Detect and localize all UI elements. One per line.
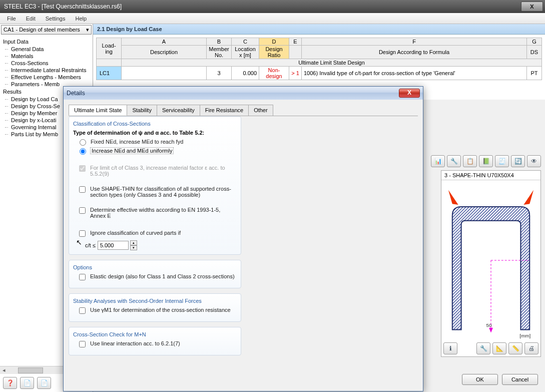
menubar: File Edit Settings Help <box>0 13 545 24</box>
tool-icon[interactable]: 🔧 <box>476 342 490 354</box>
menu-settings[interactable]: Settings <box>41 15 71 23</box>
tab-other[interactable]: Other <box>248 105 273 116</box>
tb-icon[interactable]: 🧾 <box>495 155 509 167</box>
tb-icon[interactable]: 🔧 <box>447 155 461 167</box>
tb-icon[interactable]: 📗 <box>479 155 493 167</box>
radio-increase-uniform[interactable]: Increase NEd and MEd uniformly <box>77 148 237 155</box>
svg-marker-1 <box>523 190 533 205</box>
svg-marker-0 <box>448 190 458 205</box>
ct-input[interactable] <box>98 241 129 250</box>
tab-uls[interactable]: Ultimate Limit State <box>69 105 127 116</box>
chevron-down-icon: ▾ <box>86 27 89 33</box>
check-gamma-m1[interactable]: Use γM1 for determination of the cross-s… <box>77 307 237 315</box>
dialog-title: Details <box>67 90 85 97</box>
group-subtitle: Type of determination of ψ and α acc. to… <box>73 130 237 136</box>
eye-icon[interactable]: 👁 <box>527 155 541 167</box>
scroll-thumb[interactable] <box>18 367 43 373</box>
check-ignore-curved[interactable]: Ignore classification of curved parts if <box>77 230 237 238</box>
ct-label: c/t ≤ <box>85 242 96 248</box>
dialog-right-pane <box>246 116 418 355</box>
check-shape-thin[interactable]: Use SHAPE-THIN for classification of all… <box>77 186 237 198</box>
group-title: Stability Analyses with Second-Order Int… <box>73 298 237 304</box>
cursor-icon: ↖ <box>76 238 82 246</box>
tree-item[interactable]: Cross-Sections <box>1 60 92 67</box>
check-elastic-design[interactable]: Elastic design (also for Class 1 and Cla… <box>77 273 237 282</box>
cross-section-preview: 3 - SHAPE-THIN U70X50X4 <box>441 170 541 357</box>
menu-help[interactable]: Help <box>70 15 92 23</box>
dialog-buttons: OK Cancel <box>462 374 538 385</box>
tree-item[interactable]: Intermediate Lateral Restraints <box>1 67 92 74</box>
group-stability: Stability Analyses with Second-Order Int… <box>69 293 241 322</box>
ok-button[interactable]: OK <box>462 374 498 385</box>
tab-serviceability[interactable]: Serviceability <box>157 105 200 116</box>
tab-stability[interactable]: Stability <box>127 105 157 116</box>
tb-icon[interactable]: 📋 <box>463 155 477 167</box>
preview-title: 3 - SHAPE-THIN U70X50X4 <box>441 171 540 180</box>
preview-canvas: 50 [mm] <box>441 180 540 340</box>
tree-item[interactable]: General Data <box>1 46 92 53</box>
case-selector-value: CA1 - Design of steel members <box>4 27 80 33</box>
ct-spinner[interactable]: ▴ ▾ <box>130 240 137 250</box>
section-title: 2.1 Design by Load Case <box>93 24 545 35</box>
group-title: Cross-Section Check for M+N <box>73 331 237 337</box>
dialog-titlebar[interactable]: Details X <box>64 87 423 100</box>
spin-up-icon[interactable]: ▴ <box>130 240 137 245</box>
tab-fire[interactable]: Fire Resistance <box>200 105 249 116</box>
info-icon[interactable]: ℹ <box>443 342 457 354</box>
view-toolbar: 📊 🔧 📋 📗 🧾 🔄 👁 <box>431 155 541 167</box>
group-title: Options <box>73 264 237 270</box>
tool-icon[interactable]: 📏 <box>508 342 522 354</box>
import-icon[interactable]: 📄 <box>20 377 34 389</box>
svg-marker-4 <box>489 328 493 333</box>
check-effective-widths[interactable]: Determine effective widths according to … <box>77 207 237 219</box>
col-loading: Load- ing <box>97 38 122 59</box>
export-icon[interactable]: 📄 <box>37 377 51 389</box>
dialog-close-button[interactable]: X <box>399 89 420 98</box>
help-icon[interactable]: ❓ <box>3 377 17 389</box>
menu-file[interactable]: File <box>2 15 21 23</box>
group-options: Options Elastic design (also for Class 1… <box>69 260 241 288</box>
group-title: Classification of Cross-Sections <box>73 121 237 127</box>
print-icon[interactable]: 🖨 <box>524 342 538 354</box>
check-linear-interaction[interactable]: Use linear interaction acc. to 6.2.1(7) <box>77 340 237 349</box>
spin-down-icon[interactable]: ▾ <box>130 245 137 250</box>
cancel-button[interactable]: Cancel <box>502 374 538 385</box>
scroll-left-icon[interactable]: ◂ <box>0 367 8 373</box>
svg-text:50: 50 <box>486 322 492 328</box>
results-table[interactable]: Load- ing A B C D E F G Description Memb… <box>96 38 542 80</box>
tb-icon[interactable]: 📊 <box>431 155 445 167</box>
tree-heading-input: Input Data <box>1 38 92 46</box>
window-titlebar: STEEL EC3 - [Test Querschnittsklassen.rs… <box>0 0 545 13</box>
window-title: STEEL EC3 - [Test Querschnittsklassen.rs… <box>2 3 521 10</box>
case-selector[interactable]: CA1 - Design of steel members ▾ <box>1 25 92 35</box>
group-classification: Classification of Cross-Sections Type of… <box>69 116 241 255</box>
tb-icon[interactable]: 🔄 <box>511 155 525 167</box>
tree-item[interactable]: Effective Lengths - Members <box>1 74 92 81</box>
tool-icon[interactable]: 📐 <box>492 342 506 354</box>
svg-text:[mm]: [mm] <box>519 333 530 338</box>
group-mn-check: Cross-Section Check for M+N Use linear i… <box>69 327 241 355</box>
radio-fixed-ned[interactable]: Fixed NEd, increase MEd to reach fyd <box>77 139 237 146</box>
menu-edit[interactable]: Edit <box>21 15 41 23</box>
details-dialog: Details X Ultimate Limit State Stability… <box>63 86 423 391</box>
tree-item[interactable]: Materials <box>1 53 92 60</box>
dialog-tabs: Ultimate Limit State Stability Serviceab… <box>69 105 418 116</box>
window-close-button[interactable]: x <box>521 2 543 12</box>
table-row[interactable]: LC1 3 0.000 Non-design > 1 1006) Invalid… <box>97 67 542 80</box>
check-limit-ct: For limit c/t of Class 3, increase mater… <box>77 165 237 177</box>
